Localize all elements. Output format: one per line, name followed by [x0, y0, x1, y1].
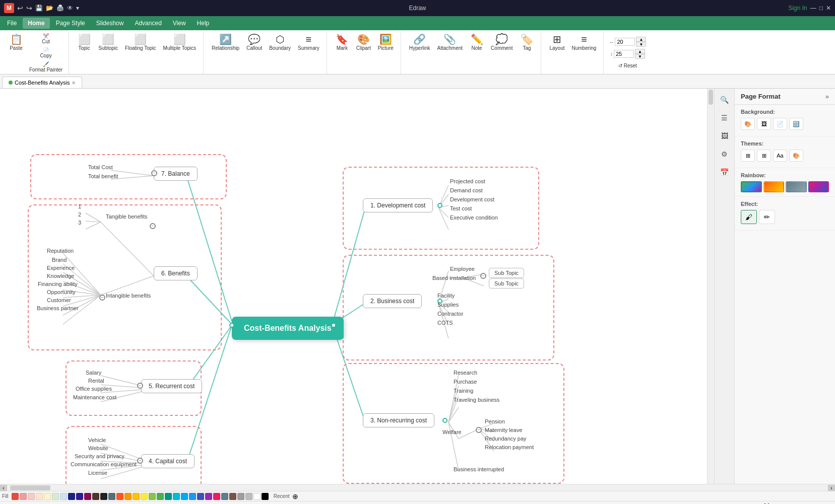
tangible-collapse[interactable]: − [150, 223, 156, 229]
label-contractor[interactable]: Contractor [437, 311, 463, 317]
label-purchase[interactable]: Purchase [454, 379, 477, 385]
label-security[interactable]: Security and privacy [75, 453, 124, 459]
menu-help[interactable]: Help [192, 18, 215, 29]
label-welfare[interactable]: Welfare [442, 429, 462, 435]
balance-collapse[interactable]: − [151, 170, 157, 176]
paste-button[interactable]: 📋 Paste [6, 32, 26, 53]
color-brown[interactable] [229, 493, 236, 500]
label-executive[interactable]: Executive condition [450, 214, 498, 221]
panel-collapse-btn[interactable]: » [825, 93, 829, 100]
effect-fill-btn[interactable]: 🖌 [741, 210, 757, 224]
label-employee[interactable]: Employee [450, 266, 475, 272]
color-deep-purple[interactable] [76, 493, 83, 500]
color-blue[interactable] [189, 493, 196, 500]
label-maintenance[interactable]: Maintenance cost [73, 394, 116, 400]
welfare-collapse[interactable]: − [476, 427, 482, 433]
height-up[interactable]: ▲ [635, 49, 645, 54]
strip-search-btn[interactable]: 🔍 [718, 93, 732, 107]
dev-cost-connector[interactable] [437, 203, 442, 208]
theme-text-btn[interactable]: Aa [773, 150, 787, 162]
subtopic-1[interactable]: Sub Topic [489, 268, 524, 278]
label-facility[interactable]: Facility [437, 293, 455, 299]
label-maternity[interactable]: Maternity leave [485, 427, 523, 433]
label-pension[interactable]: Pension [485, 418, 505, 424]
label-training[interactable]: Training [454, 388, 473, 394]
label-total-cost[interactable]: Total Cost [88, 164, 113, 170]
label-comm-equipment[interactable]: Communication equipment [71, 461, 137, 467]
label-research[interactable]: Research [454, 370, 477, 376]
more-btn[interactable]: ▾ [76, 5, 79, 12]
menu-page-style[interactable]: Page Style [51, 18, 90, 29]
rainbow-option-1[interactable] [741, 181, 762, 192]
node-non-recurring[interactable]: 3. Non-recurring cost [363, 413, 434, 427]
color-orange[interactable] [124, 493, 132, 500]
color-deep-orange[interactable] [116, 493, 123, 500]
label-rental[interactable]: Rental [88, 378, 104, 384]
color-pink-dark[interactable] [84, 493, 91, 500]
recurrent-collapse[interactable]: − [137, 383, 143, 389]
label-experience[interactable]: Experience [47, 265, 75, 271]
floating-topic-button[interactable]: ⬜ Floating Topic [122, 32, 159, 53]
relationship-button[interactable]: ↗️ Relationship [209, 32, 242, 53]
rainbow-option-2[interactable] [763, 181, 785, 192]
color-black[interactable] [262, 493, 269, 500]
close-btn[interactable]: ✕ [826, 5, 831, 12]
label-projected[interactable]: Projected cost [450, 178, 485, 184]
central-right-connector[interactable] [331, 323, 336, 328]
note-button[interactable]: ✏️ Note [467, 32, 487, 53]
menu-view[interactable]: View [168, 18, 191, 29]
color-dark[interactable] [100, 493, 107, 500]
label-supplies[interactable]: Supplies [437, 302, 459, 308]
color-grey-light[interactable] [245, 493, 252, 500]
node-recurrent[interactable]: 5. Recurrent cost [141, 379, 202, 393]
color-pink-light[interactable] [20, 493, 27, 500]
mark-button[interactable]: 🔖 Mark [332, 32, 352, 53]
sign-in-btn[interactable]: Sign In [788, 5, 807, 12]
color-brown-dark[interactable] [92, 493, 99, 500]
label-license[interactable]: License [88, 470, 107, 476]
color-green[interactable] [157, 493, 164, 500]
label-test[interactable]: Test cost [450, 205, 472, 211]
theme-grid2-btn[interactable]: ⊞ [757, 150, 771, 162]
h-scrollbar[interactable]: ‹ › [0, 484, 835, 491]
picture-button[interactable]: 🖼️ Picture [375, 32, 397, 53]
color-teal[interactable] [165, 493, 172, 500]
color-grey[interactable] [237, 493, 244, 500]
color-pink[interactable] [213, 493, 220, 500]
reset-button[interactable]: ↺ Reset [616, 62, 639, 69]
preview-btn[interactable]: 👁 [67, 5, 73, 12]
bg-page-btn[interactable]: 📄 [773, 118, 787, 130]
label-tangible[interactable]: Tangible benefits [106, 213, 148, 220]
color-white[interactable] [253, 493, 261, 500]
color-pink-lighter[interactable] [28, 493, 35, 500]
menu-home[interactable]: Home [23, 18, 49, 29]
menu-slideshow[interactable]: Slideshow [91, 18, 129, 29]
callout-button[interactable]: 💬 Callout [243, 32, 265, 53]
color-blue-light[interactable] [60, 493, 67, 500]
theme-grid1-btn[interactable]: ⊞ [741, 150, 755, 162]
undo-btn[interactable]: ↩ [17, 4, 23, 12]
label-total-benefit[interactable]: Total benefit [88, 173, 118, 179]
label-demand[interactable]: Demand cost [450, 187, 483, 193]
v-scrollbar[interactable] [707, 89, 714, 484]
non-recurring-connector[interactable] [442, 418, 447, 423]
width-up[interactable]: ▲ [636, 37, 646, 42]
redo-btn[interactable]: ↪ [26, 4, 32, 12]
open-btn[interactable]: 📂 [46, 5, 53, 12]
color-peach[interactable] [36, 493, 43, 500]
label-based-installation[interactable]: Based installation [432, 275, 476, 281]
numbering-button[interactable]: ≡ Numbering [569, 32, 600, 53]
maximize-btn[interactable]: □ [819, 5, 823, 12]
label-business-partner[interactable]: Business partner [37, 305, 79, 311]
node-benefits[interactable]: 6. Benefits [154, 266, 198, 280]
cut-button[interactable]: ✂️ Cut [27, 32, 65, 45]
save-btn[interactable]: 💾 [35, 5, 43, 12]
h-scroll-left[interactable]: ‹ [0, 485, 7, 491]
subtopic-button[interactable]: ⬜ Subtopic [95, 32, 121, 53]
label-knowledge[interactable]: Knowledge [47, 273, 74, 279]
copy-button[interactable]: 📄 Copy [27, 46, 65, 59]
central-left-connector[interactable] [229, 323, 234, 328]
h-scroll-thumb[interactable] [10, 485, 50, 490]
rainbow-option-3[interactable] [786, 181, 807, 192]
tab-close-btn[interactable]: ✕ [72, 80, 76, 86]
